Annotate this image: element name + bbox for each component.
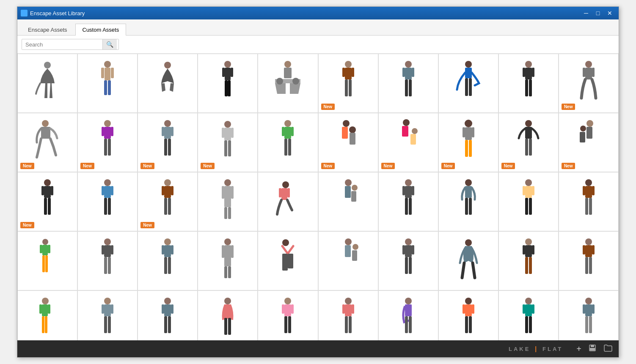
svg-rect-241 [523,304,525,314]
svg-rect-114 [224,207,227,219]
asset-cell[interactable]: New [138,172,198,231]
svg-rect-187 [532,245,534,255]
svg-rect-81 [472,127,474,137]
tab-enscape-assets[interactable]: Enscape Assets [21,24,74,36]
svg-rect-97 [48,198,51,215]
asset-cell[interactable] [198,172,258,231]
asset-cell[interactable]: New [77,113,138,172]
svg-rect-111 [224,186,231,207]
asset-figure [379,172,438,231]
asset-cell[interactable]: New [559,54,619,113]
svg-rect-65 [284,127,291,139]
brand-text: LAKE | FLAT [22,345,563,352]
svg-rect-129 [409,198,412,215]
asset-cell[interactable] [77,54,138,113]
asset-cell[interactable] [378,54,438,113]
svg-rect-189 [529,257,532,274]
add-button[interactable]: + [575,342,583,356]
asset-cell[interactable] [438,231,498,290]
asset-cell[interactable] [17,231,77,290]
svg-rect-247 [583,304,585,314]
asset-cell[interactable] [318,172,378,231]
new-badge: New [562,163,575,169]
asset-cell[interactable] [438,54,498,113]
folder-button[interactable] [602,342,614,356]
asset-cell[interactable] [258,113,318,172]
svg-point-8 [224,61,231,68]
save-button[interactable] [586,342,598,356]
asset-cell[interactable] [138,290,198,340]
asset-cell[interactable]: New [17,172,77,231]
svg-rect-50 [104,139,107,156]
asset-cell[interactable]: New [559,113,619,172]
svg-rect-242 [532,304,534,314]
asset-cell[interactable] [198,231,258,290]
svg-point-58 [224,121,231,128]
svg-rect-193 [592,245,595,255]
svg-rect-181 [405,257,408,274]
asset-cell[interactable]: New [198,113,258,172]
svg-rect-72 [342,127,348,139]
asset-cell[interactable] [559,172,619,231]
asset-cell[interactable] [17,290,77,340]
tab-custom-assets[interactable]: Custom Assets [75,24,127,36]
svg-rect-139 [529,198,532,215]
svg-point-190 [585,238,592,245]
svg-rect-200 [42,316,44,333]
asset-cell[interactable]: New [378,113,438,172]
asset-cell[interactable]: New [318,54,378,113]
svg-rect-105 [164,186,171,198]
svg-rect-135 [525,186,532,198]
asset-cell[interactable]: New [138,113,198,172]
asset-cell[interactable] [77,231,138,290]
asset-cell[interactable] [258,54,318,113]
svg-rect-125 [405,186,412,198]
asset-cell[interactable]: New [498,113,559,172]
asset-grid-scroll[interactable]: NewNewNewNewNewNewNewNewNewNewNewNewNew [17,54,619,340]
asset-cell[interactable] [318,290,378,340]
svg-point-110 [224,179,231,186]
asset-cell[interactable] [438,290,498,340]
asset-cell[interactable] [498,172,559,231]
svg-rect-240 [525,304,532,316]
asset-cell[interactable] [378,172,438,231]
asset-cell[interactable]: New [318,113,378,172]
asset-cell[interactable] [138,231,198,290]
maximize-button[interactable]: □ [592,9,603,17]
asset-cell[interactable]: New [438,113,498,172]
close-button[interactable]: ✕ [604,9,615,17]
asset-cell[interactable] [498,54,559,113]
asset-cell[interactable] [438,172,498,231]
svg-point-245 [585,298,592,304]
svg-rect-211 [171,304,173,314]
asset-cell[interactable] [559,290,619,340]
asset-cell[interactable]: New [17,113,77,172]
asset-cell[interactable] [258,172,318,231]
search-input[interactable] [22,40,102,49]
asset-figure [379,54,438,112]
asset-cell[interactable] [318,231,378,290]
asset-cell[interactable] [559,231,619,290]
asset-cell[interactable] [378,290,438,340]
svg-rect-141 [585,186,592,198]
svg-rect-112 [222,186,224,199]
asset-cell[interactable] [77,172,138,231]
asset-cell[interactable] [378,231,438,290]
svg-rect-197 [42,304,48,316]
asset-cell[interactable] [258,231,318,290]
svg-rect-179 [402,245,405,255]
asset-cell[interactable] [198,290,258,340]
search-button[interactable]: 🔍 [102,39,117,49]
asset-cell[interactable] [198,54,258,113]
asset-cell[interactable] [17,54,77,113]
asset-cell[interactable] [258,290,318,340]
svg-rect-67 [291,127,294,136]
svg-rect-169 [228,266,231,278]
svg-point-208 [164,298,171,304]
asset-cell[interactable] [77,290,138,340]
minimize-button[interactable]: ─ [581,9,592,17]
asset-cell[interactable] [498,290,559,340]
asset-cell[interactable] [138,54,198,113]
asset-cell[interactable] [498,231,559,290]
svg-rect-69 [288,139,291,156]
